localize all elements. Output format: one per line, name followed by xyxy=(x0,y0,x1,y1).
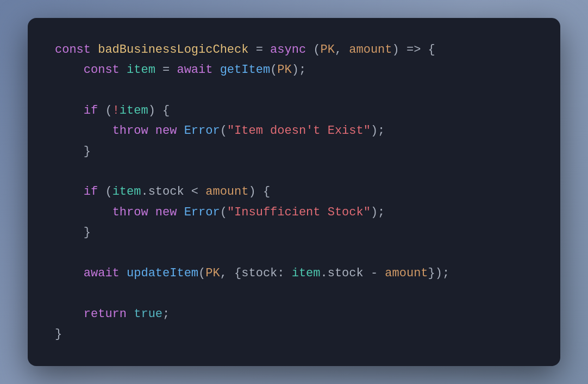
code-token: throw xyxy=(112,124,155,138)
code-token: amount xyxy=(385,267,428,280)
code-token: }); xyxy=(428,267,450,280)
code-line: return true; xyxy=(55,304,533,324)
code-line: } xyxy=(55,222,533,243)
code-token: } xyxy=(55,327,62,341)
code-token: amount xyxy=(349,43,392,57)
code-line: if (item.stock < amount) { xyxy=(55,182,533,202)
code-token: item xyxy=(112,185,141,199)
code-token: "Item doesn't Exist" xyxy=(227,124,371,138)
code-token: ) { xyxy=(148,104,170,117)
code-token: const xyxy=(84,63,127,77)
code-blank-line xyxy=(55,80,533,100)
code-token: "Insufficient Stock" xyxy=(227,206,371,219)
code-token: async xyxy=(270,43,306,57)
code-token: ); xyxy=(371,206,385,219)
code-token: PK xyxy=(205,267,220,280)
code-token: } xyxy=(84,145,91,158)
code-token: ( xyxy=(270,63,277,77)
code-token: true xyxy=(134,307,162,321)
code-token: item xyxy=(120,104,148,117)
code-token: await xyxy=(177,63,220,77)
code-block: const badBusinessLogicCheck = async (PK,… xyxy=(55,40,533,345)
code-line: if (!item) { xyxy=(55,101,533,121)
code-token: ( xyxy=(98,185,112,199)
code-token: .stock - xyxy=(321,267,385,280)
code-token: } xyxy=(84,226,91,239)
code-token: ) => { xyxy=(392,43,435,57)
code-token: ( xyxy=(306,43,320,57)
code-token: .stock < xyxy=(141,185,205,199)
code-line: throw new Error("Insufficient Stock"); xyxy=(55,202,533,222)
code-line: throw new Error("Item doesn't Exist"); xyxy=(55,121,533,141)
code-token: PK xyxy=(321,43,335,57)
code-token: Error xyxy=(184,124,220,138)
code-token: const xyxy=(55,43,98,57)
code-token: await xyxy=(84,267,127,280)
code-token: ( xyxy=(220,206,227,219)
code-token: ) { xyxy=(248,185,270,199)
code-token: ( xyxy=(198,267,205,280)
code-blank-line xyxy=(55,162,533,182)
code-token: = xyxy=(248,43,270,57)
code-line: } xyxy=(55,324,533,344)
code-token: getItem xyxy=(220,63,270,77)
code-line: const badBusinessLogicCheck = async (PK,… xyxy=(55,40,533,60)
code-token: item xyxy=(127,63,155,77)
code-token: ); xyxy=(371,124,385,138)
code-token: ! xyxy=(112,104,120,117)
code-token: return xyxy=(84,307,134,321)
code-token: item xyxy=(292,267,321,280)
code-token: ); xyxy=(292,63,306,77)
code-blank-line xyxy=(55,283,533,304)
code-token: new xyxy=(155,124,184,138)
code-token: updateItem xyxy=(127,267,198,280)
code-line: await updateItem(PK, {stock: item.stock … xyxy=(55,263,533,283)
code-token: badBusinessLogicCheck xyxy=(98,43,248,57)
code-token: amount xyxy=(205,185,248,199)
code-token: Error xyxy=(184,206,220,219)
code-card: const badBusinessLogicCheck = async (PK,… xyxy=(28,18,560,367)
code-line: const item = await getItem(PK); xyxy=(55,60,533,80)
code-token: new xyxy=(155,206,184,219)
code-token: if xyxy=(84,185,98,199)
code-token: , xyxy=(335,43,349,57)
code-token: ; xyxy=(162,307,170,321)
code-blank-line xyxy=(55,243,533,263)
code-token: ( xyxy=(98,104,112,117)
code-line: } xyxy=(55,141,533,162)
code-token: ( xyxy=(220,124,227,138)
code-token: = xyxy=(155,63,177,77)
code-token: PK xyxy=(277,63,291,77)
code-token: , {stock: xyxy=(220,267,292,280)
code-token: throw xyxy=(112,206,155,219)
code-token: if xyxy=(84,104,98,117)
